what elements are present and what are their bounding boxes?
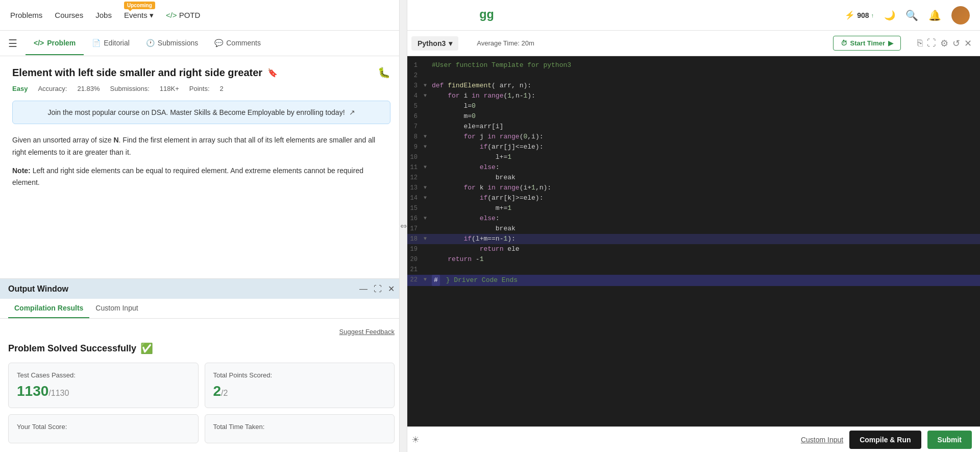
submit-button[interactable]: Submit (927, 431, 972, 449)
bookmark-icon[interactable]: 🔖 (267, 68, 278, 78)
brightness-icon[interactable]: ☀ (411, 434, 420, 445)
start-timer-button[interactable]: ⏱ Start Timer ▶ (833, 36, 901, 51)
accuracy-label: Accuracy: (38, 85, 67, 92)
line-content: break (432, 224, 980, 234)
minimize-icon[interactable]: — (359, 284, 368, 294)
test-cases-total: /1130 (48, 389, 69, 397)
streak-arrow: ↑ (871, 12, 874, 18)
language-selector[interactable]: Python3 ▾ (411, 36, 458, 51)
output-header: Output Window — ⛶ ✕ (0, 279, 403, 299)
line-content: if(arr[k]>=ele): (432, 193, 980, 203)
dark-mode-icon[interactable]: 🌙 (884, 10, 895, 21)
code-line-13: 13▼ for k in range(i+1,n): (403, 183, 980, 193)
editor-bottom-bar: ☀ Custom Input Compile & Run Submit (403, 426, 980, 452)
line-fold-arrow (424, 173, 432, 183)
line-fold-arrow (424, 101, 432, 111)
code-editor[interactable]: 1#User function Template for python323▼d… (403, 56, 980, 426)
chevron-down-icon: ▾ (449, 39, 452, 47)
close-editor-icon[interactable]: ✕ (964, 38, 972, 49)
hamburger-menu[interactable]: ☰ (8, 37, 17, 50)
code-line-22: 22▼# } Driver Code Ends (403, 275, 980, 286)
code-line-5: 5 l=0 (403, 101, 980, 111)
code-line-7: 7 ele=arr[i] (403, 122, 980, 132)
language-label: Python3 (418, 39, 446, 47)
editor-bottom-right: Custom Input Compile & Run Submit (801, 431, 972, 449)
accuracy-value: 21.83% (77, 85, 100, 92)
code-line-18: 18▼ if(l+m==n-1): (403, 234, 980, 244)
reset-icon[interactable]: ↺ (952, 38, 960, 49)
problem-title-text: Element with left side smaller and right… (12, 67, 262, 79)
test-cases-value: 1130/1130 (17, 383, 190, 399)
code-line-14: 14▼ if(arr[k]>=ele): (403, 193, 980, 203)
expand-icon[interactable]: ⛶ (374, 284, 382, 294)
tab-editorial-label: Editorial (104, 39, 130, 47)
line-content: m+=1 (432, 203, 980, 213)
search-icon[interactable]: 🔍 (905, 9, 918, 21)
line-fold-arrow (424, 122, 432, 132)
points-scored-value: 2/2 (213, 383, 386, 399)
close-icon[interactable]: ✕ (388, 284, 395, 294)
bold-n: N (113, 136, 118, 144)
streak-badge: ⚡ 908 ↑ (845, 10, 874, 20)
tab-problem[interactable]: </> Problem (26, 32, 84, 55)
test-cases-card: Test Cases Passed: 1130/1130 (8, 363, 199, 408)
line-fold-arrow: ▼ (424, 132, 432, 142)
user-avatar[interactable] (951, 6, 970, 25)
points-total: /2 (221, 389, 228, 397)
suggest-feedback: Suggest Feedback (8, 327, 395, 336)
code-line-9: 9▼ if(arr[j]<=ele): (403, 142, 980, 152)
clock-icon: 🕐 (146, 39, 155, 47)
lightning-icon: ⚡ (845, 10, 855, 20)
line-fold-arrow (424, 70, 432, 81)
output-window: Output Window — ⛶ ✕ Compilation Results … (0, 278, 403, 452)
test-cases-label: Test Cases Passed: (17, 371, 190, 379)
tab-submissions[interactable]: 🕐 Submissions (138, 32, 206, 55)
tab-custom-input[interactable]: Custom Input (89, 299, 144, 318)
nav-problems[interactable]: Problems (10, 11, 42, 19)
code-line-11: 11▼ else: (403, 162, 980, 173)
right-panel: Python3 ▾ Average Time: 20m ⏱ Start Time… (403, 31, 980, 452)
line-content: if(arr[j]<=ele): (432, 142, 980, 152)
line-fold-arrow: ▼ (424, 91, 432, 101)
external-link-icon: ↗ (349, 108, 355, 116)
code-line-15: 15 m+=1 (403, 203, 980, 213)
nav-logo[interactable]: gg (477, 4, 503, 27)
problem-title-row: Element with left side smaller and right… (12, 66, 390, 79)
nav-events[interactable]: Events ▾ (124, 11, 154, 20)
suggest-feedback-link[interactable]: Suggest Feedback (339, 328, 395, 336)
problem-content: Element with left side smaller and right… (0, 56, 403, 278)
line-fold-arrow: ▼ (424, 193, 432, 203)
editor-controls: ⎘ ⛶ ⚙ ↺ ✕ (917, 38, 972, 49)
nav-left: Problems Courses Jobs Upcoming Events ▾ … (10, 11, 200, 20)
output-content: Suggest Feedback Problem Solved Successf… (0, 319, 403, 452)
line-fold-arrow (424, 152, 432, 162)
promo-banner[interactable]: Join the most popular course on DSA. Mas… (12, 101, 390, 124)
tab-editorial[interactable]: 📄 Editorial (84, 32, 138, 55)
main-layout: ☰ </> Problem 📄 Editorial 🕐 Submissions … (0, 31, 980, 452)
custom-input-link[interactable]: Custom Input (801, 436, 843, 444)
points-value: 2 (220, 85, 224, 92)
copy-icon[interactable]: ⎘ (917, 38, 923, 49)
nav-jobs[interactable]: Jobs (95, 11, 112, 19)
bug-icon[interactable]: 🐛 (378, 66, 390, 79)
line-fold-arrow (424, 224, 432, 234)
tab-compilation-results[interactable]: Compilation Results (8, 299, 89, 318)
nav-potd[interactable]: </> POTD (166, 11, 200, 19)
output-title: Output Window (8, 284, 68, 294)
settings-icon[interactable]: ⚙ (940, 38, 948, 49)
line-fold-arrow (424, 254, 432, 265)
fullscreen-icon[interactable]: ⛶ (927, 38, 936, 49)
tab-comments[interactable]: 💬 Comments (206, 32, 269, 55)
bell-icon[interactable]: 🔔 (928, 9, 941, 21)
line-content: ele=arr[i] (432, 122, 980, 132)
code-line-12: 12 break (403, 173, 980, 183)
editorial-icon: 📄 (92, 39, 101, 47)
submissions-label: Submissions: (110, 85, 150, 92)
resize-icon: ⇔ (400, 221, 407, 231)
compile-run-button[interactable]: Compile & Run (849, 431, 921, 449)
points-label: Points: (189, 85, 210, 92)
panel-splitter[interactable]: ⇔ (399, 0, 407, 452)
nav-courses[interactable]: Courses (55, 11, 83, 19)
editor-toolbar: Python3 ▾ Average Time: 20m ⏱ Start Time… (403, 31, 980, 56)
left-panel: ☰ </> Problem 📄 Editorial 🕐 Submissions … (0, 31, 403, 452)
